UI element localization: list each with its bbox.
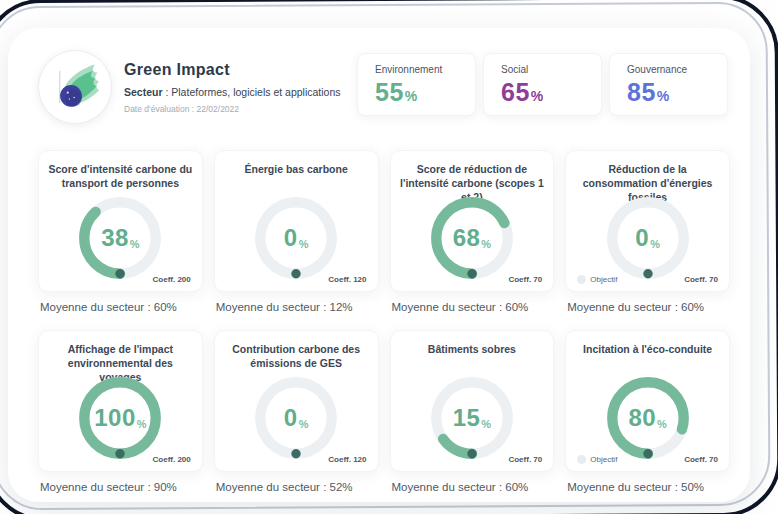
metric-title: Contribution carbone des émissions de GE… xyxy=(223,342,370,371)
date-value: : 22/02/2022 xyxy=(189,104,239,114)
gauge: 80% xyxy=(601,371,695,465)
gauge: 0% xyxy=(249,191,343,285)
gauge: 100% xyxy=(73,371,167,465)
gauge-value: 38 xyxy=(101,224,129,252)
gauge: 38% xyxy=(73,191,167,285)
company-name: Green Impact xyxy=(124,61,341,79)
metric-block: Contribution carbone des émissions de GE… xyxy=(214,330,379,493)
metric-card[interactable]: Réduction de la consommation d'énergies … xyxy=(565,150,730,292)
metric-title: Réduction de la consommation d'énergies … xyxy=(574,162,721,191)
coefficient-label: Coeff. 200 xyxy=(153,275,191,284)
gauge-unit: % xyxy=(299,418,309,430)
card-footer: Objectif Coeff. 70 xyxy=(577,455,718,464)
metric-block: Réduction de la consommation d'énergies … xyxy=(565,150,730,313)
coefficient-label: Coeff. 120 xyxy=(328,455,366,464)
sector-average-label: Moyenne du secteur : 12% xyxy=(214,301,379,313)
card-footer: Coeff. 120 xyxy=(226,455,367,464)
metrics-grid: Score d'intensité carbone du transport d… xyxy=(38,150,730,493)
esg-score-value-row: 55% xyxy=(375,78,475,107)
metric-card[interactable]: Score d'intensité carbone du transport d… xyxy=(38,150,203,292)
esg-score-unit: % xyxy=(531,88,543,104)
esg-score-card: Environnement 55% xyxy=(357,53,476,116)
esg-scores: Environnement 55% Social 65% Gouvernance… xyxy=(357,53,728,116)
sector-average-label: Moyenne du secteur : 60% xyxy=(565,301,730,313)
objectif-label: Objectif xyxy=(590,455,617,464)
card-footer: Coeff. 200 xyxy=(50,275,191,284)
date-label: Date d'évaluation xyxy=(124,104,189,114)
comet-icon xyxy=(46,58,104,116)
esg-score-value-row: 85% xyxy=(627,78,727,107)
objectif-badge: Objectif xyxy=(577,455,617,464)
dashboard-panel: Green Impact Secteur : Plateformes, logi… xyxy=(8,28,750,502)
metric-title: Affichage de l'impact environnemental de… xyxy=(47,342,194,371)
esg-score-card: Social 65% xyxy=(483,53,602,116)
gauge-text: 0% xyxy=(249,191,343,285)
metric-card[interactable]: Énergie bas carbone 0% Coeff. 120 xyxy=(214,150,379,292)
metric-card[interactable]: Affichage de l'impact environnemental de… xyxy=(38,330,203,472)
coefficient-label: Coeff. 70 xyxy=(508,455,542,464)
sector-label: Secteur xyxy=(124,86,163,98)
esg-score-label: Environnement xyxy=(375,64,475,75)
gauge: 68% xyxy=(425,191,519,285)
metric-block: Bâtiments sobres 15% Coeff. 70 Moyenne d… xyxy=(390,330,555,493)
gauge-value: 0 xyxy=(284,404,298,432)
gauge-text: 15% xyxy=(425,371,519,465)
coefficient-label: Coeff. 70 xyxy=(508,275,542,284)
coefficient-label: Coeff. 70 xyxy=(684,455,718,464)
metric-card[interactable]: Score de réduction de l'intensité carbon… xyxy=(390,150,555,292)
gauge-text: 100% xyxy=(73,371,167,465)
header: Green Impact Secteur : Plateformes, logi… xyxy=(38,50,728,124)
sector-value: : Plateformes, logiciels et applications xyxy=(163,86,341,98)
sector-average-label: Moyenne du secteur : 90% xyxy=(38,481,203,493)
esg-score-card: Gouvernance 85% xyxy=(609,53,728,116)
gauge: 0% xyxy=(601,191,695,285)
objectif-label: Objectif xyxy=(590,275,617,284)
gauge-text: 68% xyxy=(425,191,519,285)
coefficient-label: Coeff. 200 xyxy=(153,455,191,464)
sector-average-label: Moyenne du secteur : 50% xyxy=(565,481,730,493)
sector-average-label: Moyenne du secteur : 60% xyxy=(390,481,555,493)
metric-card[interactable]: Incitation à l'éco-conduite 80% Objectif… xyxy=(565,330,730,472)
gauge-text: 0% xyxy=(249,371,343,465)
card-footer: Coeff. 70 xyxy=(402,455,543,464)
gauge-unit: % xyxy=(137,418,147,430)
card-footer: Objectif Coeff. 70 xyxy=(577,275,718,284)
metric-title: Score de réduction de l'intensité carbon… xyxy=(399,162,546,191)
gauge-value: 80 xyxy=(628,404,656,432)
card-footer: Coeff. 120 xyxy=(226,275,367,284)
esg-score-label: Social xyxy=(501,64,601,75)
metric-block: Score de réduction de l'intensité carbon… xyxy=(390,150,555,313)
esg-score-unit: % xyxy=(657,88,669,104)
gauge-unit: % xyxy=(650,238,660,250)
gauge-unit: % xyxy=(481,238,491,250)
gauge: 0% xyxy=(249,371,343,465)
metric-card[interactable]: Bâtiments sobres 15% Coeff. 70 xyxy=(390,330,555,472)
metric-title: Score d'intensité carbone du transport d… xyxy=(47,162,194,191)
sector-average-label: Moyenne du secteur : 60% xyxy=(38,301,203,313)
gauge-value: 0 xyxy=(284,224,298,252)
evaluation-date: Date d'évaluation : 22/02/2022 xyxy=(124,104,341,114)
objectif-dot-icon xyxy=(577,275,586,284)
company-logo xyxy=(38,50,112,124)
card-footer: Coeff. 200 xyxy=(50,455,191,464)
gauge-value: 15 xyxy=(453,404,481,432)
metric-block: Incitation à l'éco-conduite 80% Objectif… xyxy=(565,330,730,493)
gauge-text: 80% xyxy=(601,371,695,465)
gauge-text: 38% xyxy=(73,191,167,285)
sector-average-label: Moyenne du secteur : 60% xyxy=(390,301,555,313)
metric-title: Énergie bas carbone xyxy=(223,162,370,191)
gauge: 15% xyxy=(425,371,519,465)
brand: Green Impact Secteur : Plateformes, logi… xyxy=(38,50,341,124)
esg-score-value: 55 xyxy=(375,78,404,107)
objectif-dot-icon xyxy=(577,455,586,464)
metric-block: Score d'intensité carbone du transport d… xyxy=(38,150,203,313)
metric-card[interactable]: Contribution carbone des émissions de GE… xyxy=(214,330,379,472)
gauge-unit: % xyxy=(130,238,140,250)
esg-score-value-row: 65% xyxy=(501,78,601,107)
gauge-unit: % xyxy=(481,418,491,430)
gauge-unit: % xyxy=(299,238,309,250)
gauge-value: 0 xyxy=(635,224,649,252)
esg-score-value: 65 xyxy=(501,78,530,107)
metric-title: Incitation à l'éco-conduite xyxy=(574,342,721,371)
coefficient-label: Coeff. 120 xyxy=(328,275,366,284)
